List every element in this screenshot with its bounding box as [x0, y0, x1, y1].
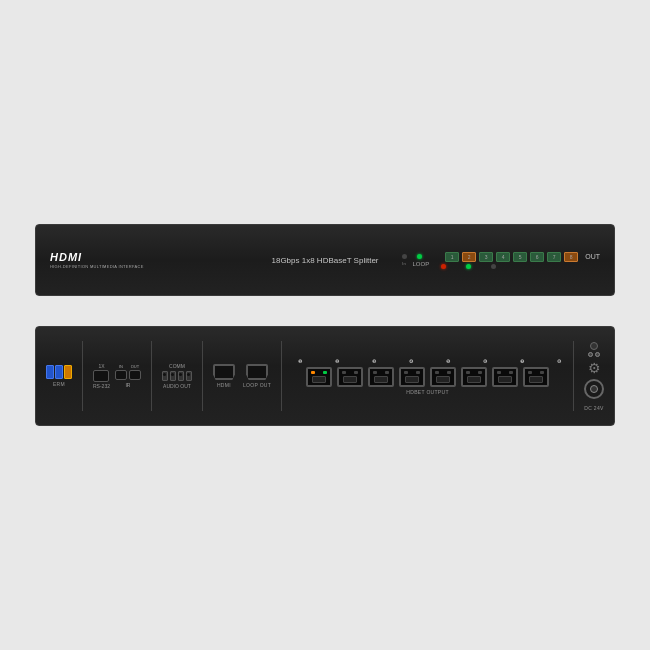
dc-label: DC 24V: [584, 405, 603, 411]
back-panel: ERM 1X RS-232 IN OUT: [35, 326, 615, 426]
hdmi-loop-port: [246, 364, 268, 380]
settings-icon: ⚙: [588, 361, 601, 375]
port-num-3: ❸: [372, 358, 376, 364]
screw-top: [590, 342, 598, 350]
status-led-2: [466, 264, 471, 269]
port-1: 1: [445, 252, 459, 262]
port-6: 6: [530, 252, 544, 262]
brand-subtitle: HIGH-DEFINITION MULTIMEDIA INTERFACE: [50, 264, 144, 269]
port-4: 4: [496, 252, 510, 262]
divider-2: [151, 341, 152, 411]
hdmi-logo: HDMI HIGH-DEFINITION MULTIMEDIA INTERFAC…: [50, 252, 144, 269]
status-led-1: [441, 264, 446, 269]
out-label: OUT: [585, 253, 600, 260]
erm-section: ERM: [46, 365, 72, 387]
power-section: ⚙ DC 24V: [584, 342, 604, 411]
ir-label: IR: [115, 382, 141, 388]
hdbaset-port-5: [430, 367, 456, 387]
hdmi-input-section: HDMI: [213, 364, 235, 388]
port-num-6: ❻: [483, 358, 487, 364]
tx-label: 1X: [98, 363, 104, 369]
loop-label: LOOP: [413, 261, 430, 267]
port-num-5: ❺: [446, 358, 450, 364]
in-label: IN: [119, 364, 123, 369]
in-label: In: [402, 261, 405, 266]
divider-5: [573, 341, 574, 411]
loop-led: [417, 254, 422, 259]
hdbaset-section: ❶ ❷ ❸ ❹ ❺ ❻ ❼ ❽: [292, 358, 563, 395]
divider-3: [202, 341, 203, 411]
hdbaset-port-1: [306, 367, 332, 387]
hdmi-label: HDMI: [217, 382, 231, 388]
device-title: 18Gbps 1x8 HDBaseT Splitter: [271, 256, 378, 265]
hdmi-input-port: [213, 364, 235, 380]
audio-section: COMM AUDIO OUT: [162, 363, 192, 389]
divider-4: [281, 341, 282, 411]
rs232-section: 1X RS-232 IN OUT IR: [93, 363, 141, 389]
audio-out-label: AUDIO OUT: [163, 383, 191, 389]
port-num-1: ❶: [298, 358, 302, 364]
port-8: 8: [564, 252, 578, 262]
erm-label: ERM: [53, 381, 65, 387]
port-2: 2: [462, 252, 476, 262]
port-num-7: ❼: [520, 358, 524, 364]
rs232-label: RS-232: [93, 383, 110, 389]
port-5: 5: [513, 252, 527, 262]
hdbaset-port-4: [399, 367, 425, 387]
loop-out-section: LOOP OUT: [243, 364, 271, 388]
comm-label: COMM: [169, 363, 185, 369]
hdbaset-port-3: [368, 367, 394, 387]
divider-1: [82, 341, 83, 411]
out-label-rs232: OUT: [131, 364, 139, 369]
dc-power-connector: [584, 379, 604, 399]
port-num-8: ❽: [557, 358, 561, 364]
status-led-3: [491, 264, 496, 269]
hdbaset-port-2: [337, 367, 363, 387]
led-back-2: [595, 352, 600, 357]
hdbaset-label: HDBET OUTPUT: [406, 389, 448, 395]
front-panel: HDMI HIGH-DEFINITION MULTIMEDIA INTERFAC…: [35, 224, 615, 296]
port-7: 7: [547, 252, 561, 262]
port-indicators-row: 1 2 3 4 5 6 7 8 OUT: [445, 252, 600, 262]
power-led: [402, 254, 407, 259]
port-num-4: ❹: [409, 358, 413, 364]
port-3: 3: [479, 252, 493, 262]
brand-name: HDMI: [50, 252, 82, 263]
led-back-1: [588, 352, 593, 357]
hdbaset-port-8: [523, 367, 549, 387]
hdbaset-port-7: [492, 367, 518, 387]
hdbaset-port-6: [461, 367, 487, 387]
loop-out-label: LOOP OUT: [243, 382, 271, 388]
hdbaset-ports-row: [306, 367, 549, 387]
port-num-2: ❷: [335, 358, 339, 364]
erm-terminal: [46, 365, 72, 379]
